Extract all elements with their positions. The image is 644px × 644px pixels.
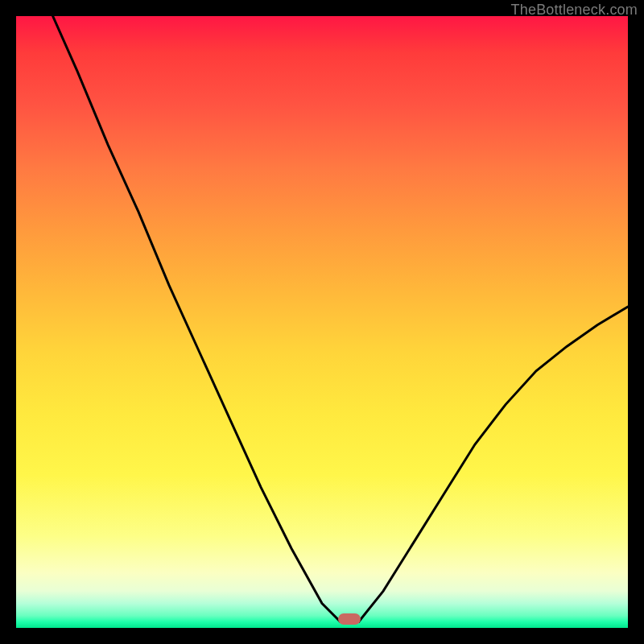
watermark-text: TheBottleneck.com [511,2,638,19]
optimal-point-marker [338,613,361,625]
bottleneck-curve [16,16,628,628]
curve-path [53,16,628,621]
chart-frame: TheBottleneck.com [0,0,644,644]
plot-area [16,16,628,628]
